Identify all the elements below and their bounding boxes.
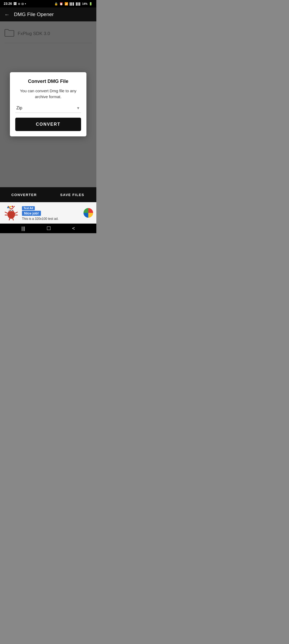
convert-dialog: Convert DMG File You can convert Dmg fil… [10, 72, 86, 136]
dialog-overlay: Convert DMG File You can convert Dmg fil… [0, 21, 96, 187]
svg-point-17 [9, 206, 11, 208]
svg-point-4 [10, 210, 11, 211]
wifi-icon: 📶 [64, 2, 68, 6]
svg-line-14 [9, 218, 10, 220]
tab-save-files[interactable]: SAVE FILES [48, 187, 96, 202]
battery-level: 14% [82, 2, 88, 5]
ad-mascot [3, 205, 19, 221]
screen-record-icon: ⊙ [18, 2, 20, 5]
status-left: 23:26 🖼 ⊙ ⊡ • [4, 2, 26, 6]
dialog-title: Convert DMG File [28, 79, 68, 84]
lock-icon: 🔒 [54, 2, 58, 6]
convert-button[interactable]: CONVERT [15, 118, 81, 131]
time: 23:26 [4, 2, 12, 6]
svg-line-15 [13, 218, 13, 220]
photo-icon: 🖼 [13, 2, 17, 6]
svg-line-10 [5, 212, 8, 213]
charging-icon: 🔋 [89, 2, 93, 6]
status-right: 🔒 ⏰ 📶 ▌▌▌ ▌▌▌ 14% 🔋 [54, 2, 93, 6]
back-button[interactable]: ← [4, 11, 10, 18]
format-dropdown[interactable]: Zip ▼ [15, 103, 81, 113]
cast-icon: ⊡ [21, 2, 24, 5]
svg-point-5 [12, 210, 13, 211]
ad-text-block: Test Ad Nice job! This is a 320x100 test… [22, 205, 81, 221]
recent-apps-button[interactable]: ||| [21, 226, 25, 231]
svg-line-12 [15, 212, 17, 213]
tab-converter[interactable]: CONVERTER [0, 187, 48, 202]
back-nav-button[interactable]: < [72, 226, 75, 231]
signal2-icon: ▌▌▌ [76, 2, 81, 5]
svg-point-18 [12, 206, 13, 207]
status-bar: 23:26 🖼 ⊙ ⊡ • 🔒 ⏰ 📶 ▌▌▌ ▌▌▌ 14% 🔋 [0, 0, 96, 7]
bottom-tab-bar: CONVERTER SAVE FILES [0, 187, 96, 202]
android-nav-bar: ||| ☐ < [0, 224, 96, 233]
app-title: DMG File Opener [14, 11, 54, 17]
alarm-icon: ⏰ [59, 2, 63, 6]
dialog-description: You can convert Dmg file to any archive … [15, 88, 81, 100]
ad-description: This is a 320x100 test ad. [22, 217, 81, 221]
app-bar: ← DMG File Opener [0, 7, 96, 21]
ad-banner: Test Ad Nice job! This is a 320x100 test… [0, 202, 96, 224]
home-button[interactable]: ☐ [47, 225, 51, 231]
signal-icon: ▌▌▌ [70, 2, 74, 5]
svg-point-9 [14, 206, 15, 207]
dot-icon: • [25, 2, 26, 6]
main-content: FxPlug SDK 3.0 Convert DMG File You can … [0, 21, 96, 187]
ad-logo-icon [83, 208, 93, 218]
dropdown-value: Zip [16, 106, 22, 110]
chevron-down-icon: ▼ [76, 106, 80, 110]
ad-test-label: Test Ad [22, 206, 35, 210]
ad-nice-label: Nice job! [22, 211, 41, 216]
svg-point-16 [7, 207, 9, 208]
